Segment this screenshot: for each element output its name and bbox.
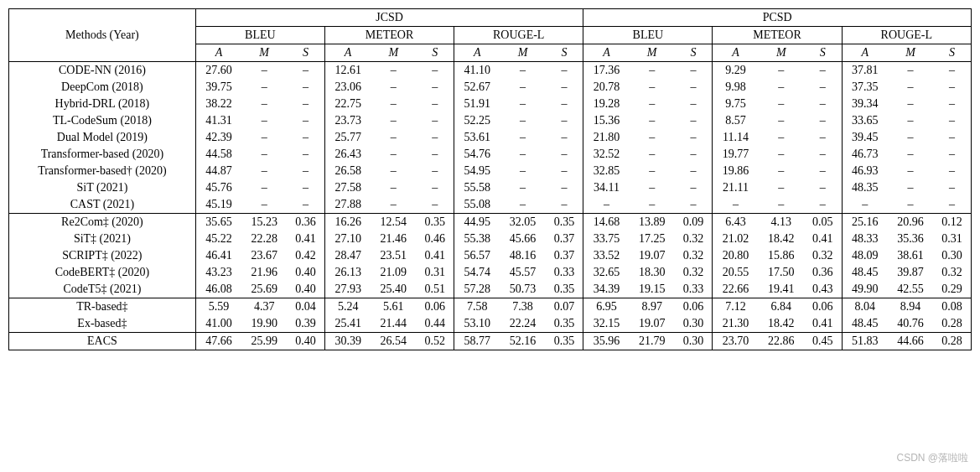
value-cell: 0.06 bbox=[675, 298, 713, 316]
value-cell: 25.40 bbox=[371, 281, 416, 298]
value-cell: 32.52 bbox=[583, 146, 630, 163]
value-cell: 0.30 bbox=[675, 333, 713, 350]
value-cell: 21.96 bbox=[241, 264, 287, 281]
value-cell: – bbox=[241, 112, 287, 129]
method-cell: SiT (2021) bbox=[9, 179, 196, 196]
value-cell: 0.32 bbox=[933, 264, 971, 281]
value-cell: 0.36 bbox=[287, 214, 324, 231]
value-cell: 38.61 bbox=[888, 247, 933, 264]
value-cell: 0.29 bbox=[933, 281, 971, 298]
table-row: Re2Com‡ (2020)35.6515.230.3616.2612.540.… bbox=[9, 214, 972, 231]
method-cell: CAST (2021) bbox=[9, 196, 196, 214]
value-cell: 0.52 bbox=[416, 333, 454, 350]
method-cell: SCRIPT‡ (2022) bbox=[9, 247, 196, 264]
value-cell: 17.50 bbox=[759, 264, 804, 281]
value-cell: – bbox=[888, 146, 933, 163]
value-cell: 5.61 bbox=[371, 298, 416, 316]
value-cell: 46.93 bbox=[842, 163, 888, 179]
value-cell: – bbox=[888, 129, 933, 146]
value-cell: 25.99 bbox=[241, 333, 287, 350]
value-cell: 25.16 bbox=[842, 214, 888, 231]
value-cell: – bbox=[371, 146, 416, 163]
value-cell: – bbox=[888, 196, 933, 214]
value-cell: 27.58 bbox=[324, 179, 371, 196]
value-cell: 12.61 bbox=[324, 62, 371, 80]
value-cell: – bbox=[371, 129, 416, 146]
subcol: S bbox=[804, 44, 842, 62]
value-cell: 5.59 bbox=[195, 298, 241, 316]
value-cell: – bbox=[287, 179, 324, 196]
table-row: Hybrid-DRL (2018)38.22––22.75––51.91––19… bbox=[9, 96, 972, 112]
metric-rougel-p: ROUGE-L bbox=[842, 27, 971, 44]
value-cell: 39.34 bbox=[842, 96, 888, 112]
value-cell: 46.41 bbox=[195, 247, 241, 264]
value-cell: 0.07 bbox=[546, 298, 583, 316]
value-cell: 37.81 bbox=[842, 62, 888, 80]
subcol: M bbox=[241, 44, 287, 62]
value-cell: 41.10 bbox=[454, 62, 500, 80]
value-cell: 44.87 bbox=[195, 163, 241, 179]
metric-bleu: BLEU bbox=[195, 27, 324, 44]
subcol: S bbox=[416, 44, 454, 62]
value-cell: – bbox=[546, 163, 583, 179]
value-cell: – bbox=[759, 146, 804, 163]
value-cell: – bbox=[888, 96, 933, 112]
value-cell: – bbox=[287, 196, 324, 214]
value-cell: 32.65 bbox=[583, 264, 630, 281]
value-cell: 27.88 bbox=[324, 196, 371, 214]
value-cell: 0.32 bbox=[675, 231, 713, 247]
value-cell: 8.97 bbox=[630, 298, 675, 316]
value-cell: 21.80 bbox=[583, 129, 630, 146]
method-cell: Ex-based‡ bbox=[9, 315, 196, 333]
value-cell: – bbox=[546, 196, 583, 214]
value-cell: – bbox=[546, 146, 583, 163]
value-cell: 18.42 bbox=[759, 315, 804, 333]
value-cell: – bbox=[804, 129, 842, 146]
value-cell: 58.77 bbox=[454, 333, 500, 350]
value-cell: 6.84 bbox=[759, 298, 804, 316]
value-cell: 28.47 bbox=[324, 247, 371, 264]
value-cell: – bbox=[804, 163, 842, 179]
value-cell: – bbox=[759, 163, 804, 179]
value-cell: – bbox=[888, 179, 933, 196]
value-cell: – bbox=[759, 96, 804, 112]
value-cell: 6.95 bbox=[583, 298, 630, 316]
subcol: M bbox=[759, 44, 804, 62]
value-cell: 9.98 bbox=[713, 79, 759, 96]
value-cell: – bbox=[546, 179, 583, 196]
subcol: A bbox=[583, 44, 630, 62]
value-cell: 48.45 bbox=[842, 264, 888, 281]
table-header: Methods (Year) JCSD PCSD BLEU METEOR ROU… bbox=[9, 9, 972, 62]
subcol: S bbox=[675, 44, 713, 62]
value-cell: 51.91 bbox=[454, 96, 500, 112]
value-cell: 45.66 bbox=[500, 231, 545, 247]
value-cell: 34.11 bbox=[583, 179, 630, 196]
value-cell: – bbox=[500, 129, 545, 146]
method-cell: CodeBERT‡ (2020) bbox=[9, 264, 196, 281]
value-cell: 27.93 bbox=[324, 281, 371, 298]
value-cell: 0.35 bbox=[546, 214, 583, 231]
results-table: Methods (Year) JCSD PCSD BLEU METEOR ROU… bbox=[8, 8, 972, 350]
value-cell: – bbox=[241, 129, 287, 146]
value-cell: 52.16 bbox=[500, 333, 545, 350]
value-cell: – bbox=[416, 62, 454, 80]
value-cell: – bbox=[546, 96, 583, 112]
value-cell: – bbox=[241, 163, 287, 179]
value-cell: 46.73 bbox=[842, 146, 888, 163]
value-cell: 20.80 bbox=[713, 247, 759, 264]
value-cell: 32.05 bbox=[500, 214, 545, 231]
value-cell: 0.33 bbox=[675, 281, 713, 298]
value-cell: – bbox=[546, 79, 583, 96]
value-cell: – bbox=[675, 196, 713, 214]
value-cell: 0.43 bbox=[804, 281, 842, 298]
value-cell: – bbox=[241, 96, 287, 112]
value-cell: 0.32 bbox=[675, 264, 713, 281]
value-cell: 22.24 bbox=[500, 315, 545, 333]
value-cell: 8.94 bbox=[888, 298, 933, 316]
methods-header: Methods (Year) bbox=[9, 9, 196, 62]
value-cell: 19.15 bbox=[630, 281, 675, 298]
value-cell: – bbox=[933, 146, 971, 163]
subcol: A bbox=[454, 44, 500, 62]
value-cell: – bbox=[675, 62, 713, 80]
value-cell: – bbox=[241, 79, 287, 96]
